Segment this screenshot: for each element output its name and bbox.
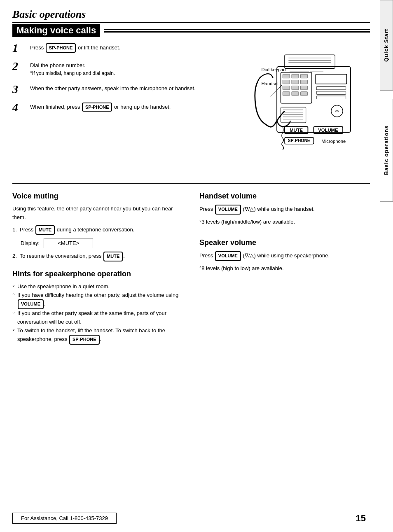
hint-1: Use the speakerphone in a quiet room. (12, 282, 183, 291)
top-section: 1 Press SP-PHONE or lift the handset. 2 … (12, 43, 370, 175)
quick-start-tab: Quick Start (380, 0, 393, 91)
svg-rect-12 (283, 86, 290, 90)
footer-assistance-box: For Assistance, Call 1-800-435-7329 (12, 513, 117, 524)
section-divider (12, 183, 370, 184)
svg-rect-14 (301, 86, 308, 90)
step-2-number: 2 (12, 61, 27, 72)
step-1-text: Press SP-PHONE or lift the handset. (30, 43, 230, 53)
volume-key-handset: VOLUME (215, 205, 241, 215)
quick-start-label: Quick Start (383, 29, 389, 62)
handset-volume-text2: °3 levels (high/middle/low) are availabl… (199, 218, 370, 226)
volume-key-speaker: VOLUME (215, 251, 241, 261)
speaker-volume-text1: Press VOLUME (∇/△) while using the speak… (199, 251, 370, 261)
mute-key-1: MUTE (35, 225, 55, 235)
step-2-text: Dial the phone number. °If you misdial, … (30, 61, 230, 77)
fax-diagram: <> MUTE VOLUME (242, 43, 366, 175)
svg-text:MUTE: MUTE (290, 128, 303, 133)
hints-section: Hints for speakerphone operation Use the… (12, 270, 183, 345)
svg-rect-21 (316, 96, 346, 99)
basic-ops-label: Basic operations (383, 126, 389, 175)
svg-text:Handset: Handset (261, 81, 279, 86)
svg-rect-15 (283, 92, 290, 96)
step-2: 2 Dial the phone number. °If you misdial… (12, 61, 230, 77)
svg-rect-11 (301, 80, 308, 84)
diagram-column: <> MUTE VOLUME (238, 43, 370, 175)
speaker-volume-text2: °8 levels (high to low) are available. (199, 264, 370, 273)
display-label: Display: (21, 240, 40, 246)
step-4-text: When finished, press SP-PHONE or hang up… (30, 103, 230, 112)
subtitle-decoration (104, 29, 370, 33)
voice-muting-description: Using this feature, the other party cann… (12, 205, 183, 222)
svg-rect-9 (283, 80, 290, 84)
step-1: 1 Press SP-PHONE or lift the handset. (12, 43, 230, 54)
sp-phone-key-4: SP-PHONE (82, 103, 112, 112)
footer-page-number: 15 (356, 513, 366, 524)
svg-rect-17 (301, 92, 308, 96)
step-4: 4 When finished, press SP-PHONE or hang … (12, 103, 230, 113)
svg-text:VOLUME: VOLUME (318, 128, 338, 133)
svg-rect-10 (292, 80, 299, 84)
basic-ops-tab: Basic operations (380, 99, 393, 202)
sp-phone-key-hint: SP-PHONE (69, 335, 99, 345)
speaker-volume-heading: Speaker volume (199, 238, 370, 247)
right-sidebar: Quick Start Basic operations (380, 0, 393, 532)
right-column: Handset volume Press VOLUME (∇/△) while … (199, 192, 370, 345)
handset-volume-section: Handset volume Press VOLUME (∇/△) while … (199, 192, 370, 226)
deco-line-2 (104, 31, 370, 33)
voice-muting-section: Voice muting Using this feature, the oth… (12, 192, 183, 261)
deco-line-1 (104, 29, 370, 30)
voice-muting-heading: Voice muting (12, 192, 183, 201)
subtitle-text: Making voice calls (16, 25, 96, 35)
svg-rect-22 (281, 107, 306, 123)
subtitle-row: Making voice calls (12, 24, 370, 37)
left-column: Voice muting Using this feature, the oth… (12, 192, 183, 345)
page-title: Basic operations (12, 8, 370, 21)
bottom-section: Voice muting Using this feature, the oth… (12, 192, 370, 345)
svg-text:SP-PHONE: SP-PHONE (288, 138, 310, 143)
title-divider (12, 22, 370, 23)
svg-rect-16 (292, 92, 299, 96)
hints-list: Use the speakerphone in a quiet room. If… (12, 282, 183, 345)
step-4-number: 4 (12, 102, 27, 113)
svg-rect-18 (316, 74, 346, 84)
handset-volume-heading: Handset volume (199, 192, 370, 201)
fax-svg: <> MUTE VOLUME (242, 43, 366, 175)
mute-key-2: MUTE (103, 252, 123, 261)
hints-heading: Hints for speakerphone operation (12, 270, 183, 278)
handset-volume-text1: Press VOLUME (∇/△) while using the hands… (199, 205, 370, 215)
svg-rect-19 (316, 86, 346, 90)
page-header: Basic operations Making voice calls (12, 8, 370, 37)
svg-text:Dial keypad: Dial keypad (261, 67, 285, 72)
svg-line-41 (270, 85, 282, 98)
main-content: Basic operations Making voice calls 1 (0, 4, 378, 349)
hint-4: To switch to the handset, lift the hands… (12, 327, 183, 345)
steps-column: 1 Press SP-PHONE or lift the handset. 2 … (12, 43, 230, 175)
step-3-number: 3 (12, 84, 27, 95)
subtitle-box: Making voice calls (12, 24, 100, 37)
volume-key-hint: VOLUME (18, 299, 44, 309)
svg-text:<>: <> (335, 109, 339, 113)
step-3-text: When the other party answers, speak into… (30, 84, 230, 93)
voice-muting-step2: 2. To resume the conversation, press MUT… (12, 252, 183, 261)
svg-rect-20 (316, 91, 346, 95)
speaker-volume-section: Speaker volume Press VOLUME (∇/△) while … (199, 238, 370, 273)
sp-phone-key-1: SP-PHONE (46, 43, 76, 53)
page-footer: For Assistance, Call 1-800-435-7329 15 (0, 513, 378, 524)
step-1-number: 1 (12, 42, 27, 54)
svg-rect-13 (292, 86, 299, 90)
step-3: 3 When the other party answers, speak in… (12, 84, 230, 95)
svg-rect-7 (292, 74, 299, 78)
display-value: <MUTE> (44, 238, 93, 248)
step-2-sub: °If you misdial, hang up and dial again. (30, 70, 230, 77)
hint-2: If you have difficulty hearing the other… (12, 291, 183, 309)
footer-assistance-text: For Assistance, Call 1-800-435-7329 (21, 515, 108, 521)
hint-3: If you and the other party speak at the … (12, 309, 183, 327)
voice-muting-step1: 1. Press MUTE during a telephone convers… (12, 225, 183, 235)
svg-rect-8 (301, 74, 308, 78)
svg-text:Microphone: Microphone (321, 139, 346, 144)
svg-rect-6 (283, 74, 290, 78)
page-container: Quick Start Basic operations Basic opera… (0, 0, 393, 532)
display-row: Display: <MUTE> (12, 238, 183, 248)
